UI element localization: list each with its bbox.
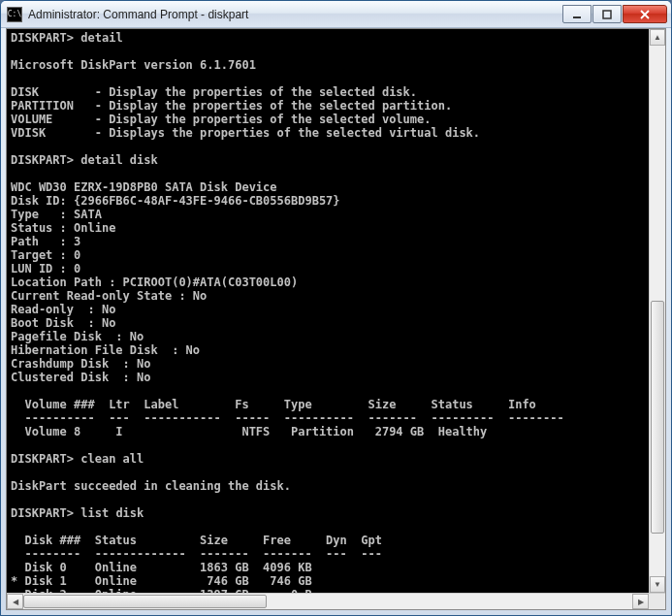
- minimize-button[interactable]: [562, 5, 592, 23]
- help-vdisk: VDISK - Displays the properties of the s…: [11, 126, 480, 140]
- hscroll-track[interactable]: [23, 594, 632, 609]
- window-title: Administrator: Command Prompt - diskpart: [28, 8, 562, 21]
- disk-readonly: Read-only : No: [11, 303, 115, 316]
- disk-row-0: Disk 0 Online 1863 GB 4096 KB: [11, 561, 312, 574]
- disk-hibernation: Hibernation File Disk : No: [11, 343, 200, 357]
- command-prompt-window: C:\ Administrator: Command Prompt - disk…: [0, 0, 672, 616]
- version-line: Microsoft DiskPart version 6.1.7601: [11, 58, 256, 72]
- client-area: DISKPART> detail Microsoft DiskPart vers…: [6, 28, 666, 610]
- disk-type: Type : SATA: [11, 208, 102, 221]
- prompt: DISKPART>: [11, 153, 74, 167]
- prompt: DISKPART>: [11, 506, 74, 520]
- hscroll-thumb[interactable]: [23, 595, 267, 608]
- help-disk: DISK - Display the properties of the sel…: [11, 85, 417, 99]
- volume-divider: ---------- --- ----------- ----- -------…: [11, 411, 564, 425]
- disk-name: WDC WD30 EZRX-19D8PB0 SATA Disk Device: [11, 180, 277, 194]
- close-button[interactable]: [623, 5, 667, 23]
- disk-readonly-state: Current Read-only State : No: [11, 289, 207, 303]
- disk-lunid: LUN ID : 0: [11, 262, 80, 276]
- cmd-detail: detail: [80, 31, 122, 45]
- disk-boot: Boot Disk : No: [11, 316, 115, 330]
- maximize-icon: [602, 10, 612, 19]
- disk-target: Target : 0: [11, 248, 80, 262]
- disk-id: Disk ID: {2966FB6C-48AF-43FE-9466-CB0556…: [11, 194, 340, 208]
- cmd-clean-all: clean all: [80, 452, 144, 466]
- cmd-detail-disk: detail disk: [80, 153, 157, 167]
- disk-pagefile: Pagefile Disk : No: [11, 330, 144, 343]
- prompt: DISKPART>: [11, 31, 74, 45]
- terminal[interactable]: DISKPART> detail Microsoft DiskPart vers…: [7, 29, 649, 593]
- help-volume: VOLUME - Display the properties of the s…: [11, 113, 431, 126]
- help-partition: PARTITION - Display the properties of th…: [11, 99, 452, 113]
- disk-table-header: Disk ### Status Size Free Dyn Gpt: [11, 534, 382, 547]
- minimize-icon: [572, 10, 582, 19]
- window-controls: [562, 5, 667, 23]
- scroll-down-button[interactable]: ▼: [650, 576, 665, 593]
- maximize-button[interactable]: [592, 5, 622, 23]
- svg-rect-0: [573, 16, 581, 18]
- scroll-up-button[interactable]: ▲: [650, 29, 665, 46]
- disk-status: Status : Online: [11, 221, 115, 235]
- close-icon: [640, 10, 650, 19]
- clean-result: DiskPart succeeded in cleaning the disk.: [11, 479, 291, 493]
- disk-path: Path : 3: [11, 235, 80, 248]
- disk-location: Location Path : PCIROOT(0)#ATA(C03T00L00…: [11, 276, 298, 289]
- scrollbar-corner: [649, 594, 665, 609]
- disk-row-1: * Disk 1 Online 746 GB 746 GB: [11, 574, 312, 588]
- horizontal-scrollbar[interactable]: ◀ ▶: [7, 593, 665, 609]
- volume-header: Volume ### Ltr Label Fs Type Size Status…: [11, 398, 536, 411]
- terminal-wrap: DISKPART> detail Microsoft DiskPart vers…: [7, 29, 665, 593]
- vscroll-thumb[interactable]: [651, 301, 664, 535]
- disk-clustered: Clustered Disk : No: [11, 371, 151, 384]
- prompt: DISKPART>: [11, 452, 74, 466]
- disk-table-divider: -------- ------------- ------- ------- -…: [11, 547, 382, 561]
- vertical-scrollbar[interactable]: ▲ ▼: [649, 29, 665, 593]
- cmd-list-disk: list disk: [80, 506, 144, 520]
- svg-rect-1: [603, 11, 611, 18]
- titlebar[interactable]: C:\ Administrator: Command Prompt - disk…: [1, 1, 671, 28]
- scroll-left-button[interactable]: ◀: [7, 594, 23, 609]
- cmd-icon: C:\: [7, 7, 22, 22]
- vscroll-track[interactable]: [650, 46, 665, 576]
- volume-row: Volume 8 I NTFS Partition 2794 GB Health…: [11, 425, 487, 438]
- disk-crashdump: Crashdump Disk : No: [11, 357, 151, 371]
- scroll-right-button[interactable]: ▶: [632, 594, 649, 609]
